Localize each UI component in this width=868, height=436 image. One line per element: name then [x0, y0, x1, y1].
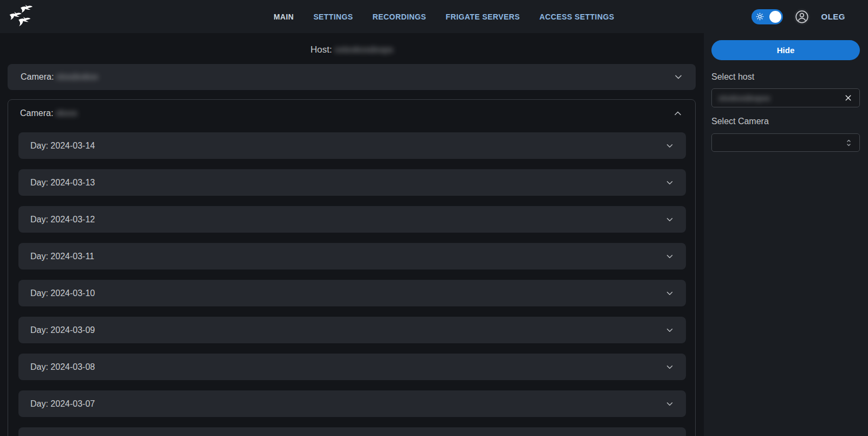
- chevron-up-icon[interactable]: [672, 108, 683, 119]
- day-accordion-row[interactable]: Day: 2024-03-14: [18, 132, 686, 159]
- chevron-down-icon[interactable]: [665, 399, 675, 409]
- theme-toggle-switch[interactable]: [752, 9, 783, 24]
- chevron-down-icon[interactable]: [665, 325, 675, 335]
- day-label: Day: 2024-03-09: [30, 325, 95, 335]
- select-camera-label: Select Camera: [711, 117, 860, 126]
- host-heading: Host: xxtxxkxxdxxpx: [0, 33, 704, 64]
- day-accordion-row[interactable]: Day: 2024-03-10: [18, 280, 686, 306]
- day-accordion-row[interactable]: Day: 2024-03-11: [18, 243, 686, 270]
- chevron-down-icon[interactable]: [665, 178, 675, 188]
- day-label: Day: 2024-03-12: [30, 215, 95, 225]
- chevron-down-icon[interactable]: [673, 72, 684, 82]
- user-account-button[interactable]: [794, 9, 810, 25]
- nav-links: MAIN SETTINGS RECORDINGS FRIGATE SERVERS…: [274, 0, 614, 33]
- day-accordion-row[interactable]: Day: 2024-03-09: [18, 317, 686, 343]
- camera-label: Camera: xtxxdxxkxx: [21, 72, 98, 82]
- camera-accordion-expanded: Camera: xkxxx Day: 2024-03-14: [8, 99, 696, 436]
- navbar-right-cluster: OLEG: [752, 9, 868, 25]
- camera-label: Camera: xkxxx: [20, 108, 77, 118]
- nav-link[interactable]: SETTINGS: [313, 12, 353, 21]
- day-label: Day: 2024-03-14: [30, 141, 95, 151]
- account-circle-icon: [795, 10, 809, 24]
- day-label: Day: 2024-03-08: [30, 362, 95, 372]
- camera-value-blurred: xkxxx: [56, 108, 77, 118]
- select-host-label: Select host: [711, 72, 860, 82]
- chevron-down-icon[interactable]: [665, 362, 675, 372]
- host-select-field[interactable]: xtxxkxxdxxpxx: [711, 88, 860, 107]
- clear-icon[interactable]: [844, 93, 853, 102]
- day-accordion-row[interactable]: Day: 2024-03-08: [18, 354, 686, 380]
- day-accordion-row[interactable]: Day: 2024-03-13: [18, 169, 686, 196]
- host-value-blurred: xxtxxkxxdxxpx: [334, 44, 393, 55]
- day-accordion-row[interactable]: Day: 2024-03-07: [18, 390, 686, 417]
- nav-link[interactable]: FRIGATE SERVERS: [446, 12, 520, 21]
- day-label: Day: 2024-03-13: [30, 178, 95, 188]
- host-select-value-blurred: xtxxkxxdxxpxx: [718, 93, 770, 102]
- hide-button[interactable]: Hide: [711, 40, 860, 60]
- filter-sidebar: Hide Select host xtxxkxxdxxpxx Select Ca…: [704, 33, 868, 436]
- frigate-logo[interactable]: [5, 3, 35, 31]
- camera-select-field[interactable]: [711, 133, 860, 152]
- content-area: Host: xxtxxkxxdxxpx Camera: xtxxdxxkxx C…: [0, 33, 868, 436]
- recordings-main-column: Host: xxtxxkxxdxxpx Camera: xtxxdxxkxx C…: [0, 33, 704, 436]
- frigate-birds-icon: [7, 4, 34, 30]
- chevron-down-icon[interactable]: [665, 215, 675, 225]
- username-label[interactable]: OLEG: [821, 12, 845, 21]
- day-label: Day: 2024-03-10: [30, 288, 95, 298]
- chevron-down-icon[interactable]: [665, 141, 675, 151]
- toggle-knob[interactable]: [769, 11, 781, 23]
- day-list: Day: 2024-03-14 Day: 2024-03-13: [8, 126, 695, 436]
- nav-link[interactable]: RECORDINGS: [373, 12, 426, 21]
- chevron-down-icon[interactable]: [665, 288, 675, 298]
- nav-link[interactable]: MAIN: [274, 12, 294, 21]
- camera-accordion-header[interactable]: Camera: xkxxx: [8, 100, 695, 126]
- chevron-down-icon[interactable]: [665, 252, 675, 261]
- day-label: Day: 2024-03-07: [30, 399, 95, 409]
- host-label: Host:: [310, 44, 332, 55]
- day-accordion-row[interactable]: [18, 427, 686, 436]
- top-navbar: MAIN SETTINGS RECORDINGS FRIGATE SERVERS…: [0, 0, 868, 33]
- unfold-arrows-icon[interactable]: [845, 138, 853, 148]
- day-accordion-row[interactable]: Day: 2024-03-12: [18, 206, 686, 233]
- nav-link[interactable]: ACCESS SETTINGS: [539, 12, 614, 21]
- camera-value-blurred: xtxxdxxkxx: [56, 72, 98, 82]
- day-label: Day: 2024-03-11: [30, 252, 94, 261]
- camera-accordion-collapsed[interactable]: Camera: xtxxdxxkxx: [8, 64, 696, 90]
- sun-icon: [756, 12, 764, 21]
